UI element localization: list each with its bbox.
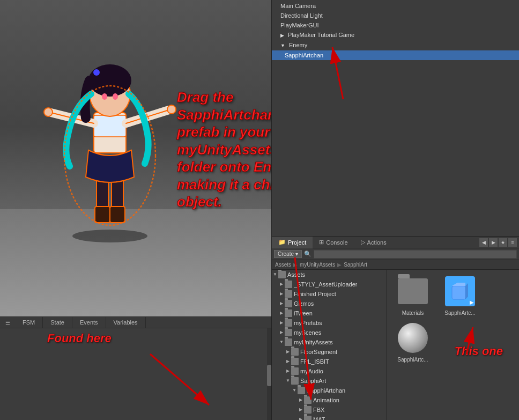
breadcrumb-sep-2: ▶ [337, 262, 342, 268]
tree-myprefabs[interactable]: ▶ myPrefabs [272, 318, 387, 328]
grid-item-materials[interactable]: Materials [391, 274, 434, 316]
project-panel: 📁 Project ⊞ Console ▷ Actions ◀ ▶ ★ ≡ Cr… [271, 236, 519, 420]
expand-arrow-enemy: ▼ [280, 41, 285, 50]
expand-icon-fbx: ▶ [298, 406, 304, 414]
tree-gizmos[interactable]: ▶ Gizmos [272, 299, 387, 308]
expand-icon-finished: ▶ [278, 290, 285, 298]
tab-btn-2[interactable]: ▶ [489, 238, 498, 247]
svg-point-16 [93, 69, 100, 76]
search-icon: 🔍 [304, 250, 312, 257]
hierarchy-item-dir-light[interactable]: Directional Light [272, 11, 519, 20]
fbx-folder-icon [304, 406, 312, 414]
breadcrumb-sep-1: ▶ [293, 262, 298, 268]
svg-rect-3 [95, 207, 110, 223]
grid-item-sapphi-mesh[interactable]: SapphiArtc... [391, 321, 434, 363]
breadcrumb-assets[interactable]: Assets [275, 262, 291, 268]
tree-mat[interactable]: ▶ MAT [272, 415, 387, 420]
tree-sapphiartchan[interactable]: ▼ SapphiArtchan [272, 386, 387, 395]
breadcrumb-myunityassets[interactable]: myUnityAssets [300, 262, 335, 268]
expand-icon-itween: ▶ [278, 309, 285, 318]
tab-console[interactable]: ⊞ Console [313, 237, 354, 248]
breadcrumb-sapphiart[interactable]: SapphiArt [344, 262, 367, 268]
tree-myaudio[interactable]: ▶ myAudio [272, 366, 387, 376]
animation-folder-icon [304, 396, 312, 404]
sapphi-prefab-label: SapphiArtc... [444, 310, 475, 316]
file-tree[interactable]: ▼ Assets ▶ _STYLY_AssetUploader ▶ Finish… [272, 270, 387, 420]
fsm-panel: ☰ FSM State Events Variables [0, 316, 271, 420]
scene-view: Drag the SapphiArtchan prefab in your my… [0, 0, 271, 316]
tree-floorsegment[interactable]: ▶ FloorSegment [272, 347, 387, 357]
expand-icon-fpl: ▶ [285, 357, 291, 366]
hierarchy-item-main-camera[interactable]: Main Camera [272, 1, 519, 11]
hierarchy-item-enemy[interactable]: ▼ Enemy [272, 40, 519, 50]
assets-folder-icon [278, 271, 286, 278]
tree-finished-project[interactable]: ▶ Finished Project [272, 289, 387, 299]
expand-icon-sapphiart: ▼ [285, 377, 291, 385]
myscenes-folder-icon [285, 329, 292, 336]
tree-fpl[interactable]: ▶ FPL_ISBIT [272, 357, 387, 366]
tree-sapphiart[interactable]: ▼ SapphiArt [272, 376, 387, 386]
hierarchy-item-playmaker-gui[interactable]: PlayMakerGUI [272, 20, 519, 30]
sapphi-mesh-label: SapphiArtc... [397, 357, 428, 363]
tree-myscenes[interactable]: ▶ myScenes [272, 328, 387, 337]
tab-btn-menu[interactable]: ≡ [508, 238, 517, 247]
sapphi-mesh-icon-wrapper [396, 321, 430, 355]
sapphi-prefab-icon-wrapper [443, 274, 477, 308]
hierarchy-item-tutorial-game[interactable]: ▶ PlayMaker Tutorial Game [272, 30, 519, 40]
materials-folder-icon [398, 278, 428, 304]
myunity-folder-icon [285, 338, 292, 346]
svg-point-9 [44, 108, 53, 116]
svg-point-12 [167, 105, 176, 114]
tree-myunityassets[interactable]: ▼ myUnityAssets [272, 337, 387, 347]
tab-project[interactable]: 📁 Project [272, 237, 313, 248]
tree-fbx[interactable]: ▶ FBX [272, 405, 387, 415]
fsm-scrollbar-thumb[interactable] [267, 365, 271, 386]
folder-icon: 📁 [278, 239, 286, 246]
materials-icon-wrapper [396, 274, 430, 308]
hierarchy-item-sapphi[interactable]: SapphiArtchan [272, 50, 519, 60]
breadcrumb-bar: Assets ▶ myUnityAssets ▶ SapphiArt [272, 260, 519, 270]
expand-icon-mat: ▶ [298, 415, 304, 420]
found-here-label: Found here [47, 331, 112, 345]
tab-fsm[interactable]: FSM [15, 317, 43, 328]
tab-state[interactable]: State [43, 317, 72, 328]
fpl-folder-icon [291, 358, 299, 365]
expand-icon-sapphiartchan: ▼ [291, 386, 298, 395]
tab-variables[interactable]: Variables [106, 317, 146, 328]
fsm-scrollbar[interactable] [267, 328, 271, 420]
svg-rect-20 [452, 286, 465, 299]
tab-btn-1[interactable]: ◀ [479, 238, 488, 247]
create-dropdown-arrow: ▾ [295, 251, 298, 257]
materials-label: Materials [402, 310, 424, 316]
tab-btn-star[interactable]: ★ [499, 238, 507, 247]
expand-icon-assets: ▼ [272, 270, 278, 279]
tab-actions[interactable]: ▷ Actions [354, 237, 393, 248]
search-input[interactable] [314, 250, 517, 259]
expand-icon-gizmos: ▶ [278, 299, 285, 308]
tree-itween[interactable]: ▶ iTween [272, 308, 387, 318]
myprefabs-folder-icon [285, 319, 292, 327]
svg-rect-4 [110, 207, 125, 223]
tree-styly[interactable]: ▶ _STYLY_AssetUploader [272, 279, 387, 289]
svg-rect-6 [94, 115, 126, 137]
svg-marker-22 [465, 283, 468, 299]
console-icon: ⊞ [319, 239, 324, 246]
grid-item-sapphi-prefab[interactable]: SapphiArtc... [439, 274, 481, 316]
create-button[interactable]: Create ▾ [274, 250, 302, 258]
tree-assets-root[interactable]: ▼ Assets [272, 270, 387, 279]
tree-animation[interactable]: ▶ Animation [272, 395, 387, 405]
expand-icon-myscenes: ▶ [278, 328, 285, 337]
sapphi-prefab-icon [445, 276, 475, 306]
fsm-content [0, 328, 271, 420]
project-panel-tabs: 📁 Project ⊞ Console ▷ Actions ◀ ▶ ★ ≡ [272, 237, 519, 248]
svg-point-15 [88, 64, 131, 97]
collapse-icon[interactable]: ☰ [0, 317, 15, 328]
svg-point-0 [72, 230, 147, 242]
myaudio-folder-icon [291, 367, 299, 375]
styly-folder-icon [285, 281, 292, 288]
gizmos-folder-icon [285, 300, 292, 307]
tab-events[interactable]: Events [72, 317, 106, 328]
expand-icon-animation: ▶ [298, 396, 304, 404]
sapphiart-folder-icon [291, 377, 299, 385]
sapphiartchan-folder-icon [298, 387, 305, 394]
